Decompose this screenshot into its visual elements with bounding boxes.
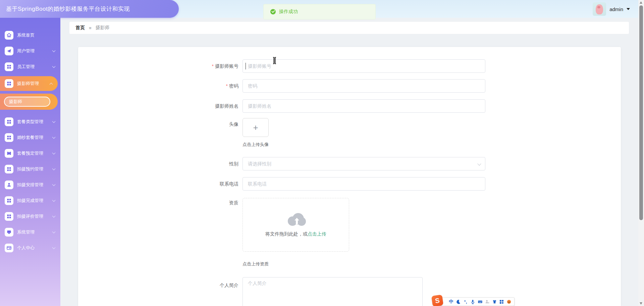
upload-link[interactable]: 点击上传 [308,231,326,237]
required-marker: * [226,83,228,89]
scroll-up-arrow-icon[interactable] [640,1,642,4]
form-row-phone: 联系电话 [78,177,621,191]
sidebar-item-label: 摄影师管理 [17,81,46,87]
sidebar-item-package-type-mgmt[interactable]: 套餐类型管理 [0,115,60,128]
profile-icon[interactable] [485,299,490,305]
chevron-down-icon [52,246,56,249]
sidebar-item-personal-center[interactable]: 个人中心 [0,242,60,254]
punctuation-icon[interactable]: °, [463,299,468,305]
chevron-down-icon [52,167,56,170]
microphone-icon[interactable] [470,299,476,305]
form-row-gender: 性别 [78,157,621,170]
toast-message: 操作成功 [279,9,298,15]
form-row-avatar: 头像 + 点击上传头像 [78,118,621,148]
chevron-down-icon [52,49,56,52]
scrollbar-thumb[interactable] [639,5,643,220]
photographer-form-card: *摄影师账号 *密码 摄影师姓名 头像 + 点击上传头像 性别 联系电话 [78,47,621,306]
name-input[interactable] [243,99,485,113]
sidebar-item-label: 套餐预定管理 [17,150,49,156]
sidebar-item-photographer-mgmt[interactable]: 摄影师管理 [0,76,58,91]
moon-icon[interactable] [456,299,461,305]
film-icon [5,149,13,158]
required-marker: * [212,63,214,69]
sidebar-item-shoot-schedule-mgmt[interactable]: 拍摄安排管理 [0,178,60,191]
scroll-down-arrow-icon[interactable] [640,302,642,305]
sogou-logo[interactable]: S [431,295,443,306]
toolbox-icon[interactable] [499,299,504,305]
chevron-down-icon [52,136,56,139]
chevron-down-icon [52,151,56,155]
grid-icon [5,117,13,126]
form-row-qualification: 资质 将文件拖到此处，或点击上传 点击上传资质 [78,198,621,267]
upload-cloud-icon [286,212,306,226]
ime-toolbar: 中 °, [438,297,515,306]
scrollbar-track[interactable] [638,0,644,306]
avatar-upload-box[interactable]: + [243,118,269,137]
chevron-down-icon [52,199,56,202]
sidebar-item-label: 用户管理 [17,48,49,54]
chevron-up-icon [50,83,53,86]
sidebar-subitem-photographer[interactable]: 摄影师 [0,94,58,110]
name-label: 摄影师姓名 [78,99,243,113]
keyboard-icon[interactable] [477,299,483,305]
password-input[interactable] [243,79,485,93]
paper-plane-icon [5,47,13,55]
sidebar-item-label: 拍摄预约管理 [17,166,49,172]
qualification-dropzone[interactable]: 将文件拖到此处，或点击上传 [243,198,349,252]
grid-icon [5,212,13,221]
sidebar-item-shoot-complete-mgmt[interactable]: 拍摄完成管理 [0,194,60,207]
plus-icon: + [253,123,258,132]
phone-label: 联系电话 [78,177,243,191]
home-icon [5,31,13,40]
monitor-icon [5,228,13,237]
intro-label: 个人简介 [78,277,243,289]
breadcrumb-separator: ≡ [89,26,92,31]
phone-input[interactable] [243,177,485,191]
skin-icon[interactable] [492,299,497,305]
qualification-label: 资质 [78,198,243,206]
dropzone-text: 将文件拖到此处，或 [265,231,308,237]
gender-label: 性别 [78,157,243,170]
sidebar-item-label: 个人中心 [17,245,49,251]
chevron-down-icon [52,65,56,68]
sidebar-item-shoot-appointment-mgmt[interactable]: 拍摄预约管理 [0,163,60,175]
chevron-down-icon [52,183,56,186]
chevron-down-icon[interactable] [627,8,630,10]
user-menu[interactable]: admin [593,2,630,16]
avatar-upload-hint: 点击上传头像 [243,142,269,148]
sidebar-item-staff-mgmt[interactable]: 员工管理 [0,60,60,73]
password-label: *密码 [78,79,243,93]
sidebar-item-wedding-package-mgmt[interactable]: 婚纱套餐管理 [0,131,60,144]
form-row-password: *密码 [78,79,621,93]
intro-textarea[interactable] [243,277,423,306]
emoji-icon[interactable] [506,299,512,305]
account-input[interactable] [243,59,485,73]
grid-icon [5,165,13,173]
chinese-mode-icon[interactable]: 中 [448,299,454,305]
chevron-down-icon [52,214,56,218]
grid-icon [5,62,13,71]
text-caret [246,63,246,69]
sidebar-item-label: 拍摄安排管理 [17,182,49,188]
breadcrumb-home[interactable]: 首页 [75,25,85,31]
breadcrumb: 首页 ≡ 摄影师 [69,22,629,34]
sidebar-item-system-mgmt[interactable]: 系统管理 [0,226,60,239]
grid-icon [5,196,13,205]
chevron-down-icon [52,120,56,123]
sidebar-item-label: 员工管理 [17,64,49,70]
gender-select[interactable] [243,157,485,170]
grid-icon [5,133,13,142]
sidebar-subitem-label: 摄影师 [9,99,22,105]
user-name[interactable]: admin [609,6,623,12]
form-row-account: *摄影师账号 [78,59,621,73]
sidebar-item-package-booking-mgmt[interactable]: 套餐预定管理 [0,147,60,160]
sidebar-item-label: 拍摄评价管理 [17,213,49,219]
sidebar-item-shoot-review-mgmt[interactable]: 拍摄评价管理 [0,210,60,223]
sidebar-item-home[interactable]: 系统首页 [0,29,60,42]
sidebar-item-user-mgmt[interactable]: 用户管理 [0,45,60,57]
qualification-upload-hint: 点击上传资质 [243,261,349,267]
chevron-down-icon [52,230,56,234]
sidebar-subitem-pill[interactable]: 摄影师 [4,97,50,107]
grid-icon [5,79,13,88]
avatar[interactable] [593,2,606,16]
